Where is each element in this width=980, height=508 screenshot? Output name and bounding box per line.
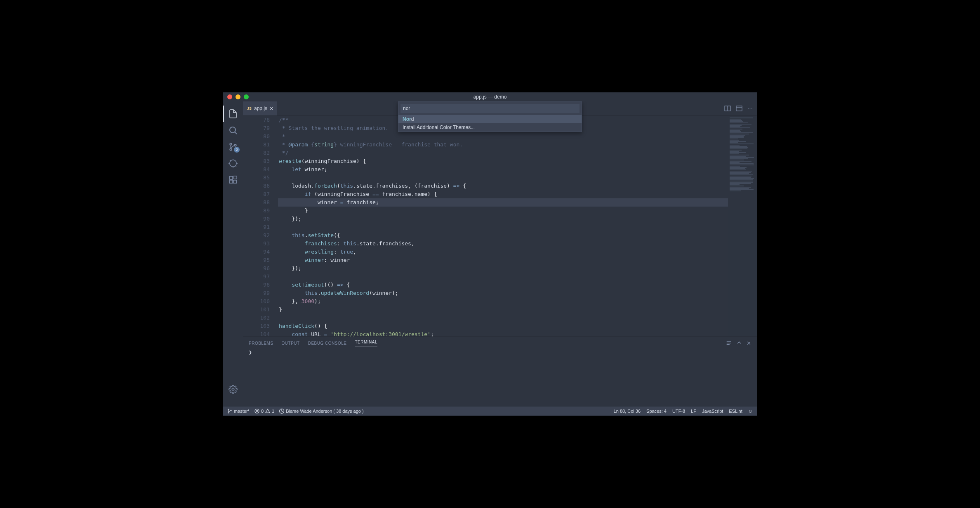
extensions-icon[interactable] xyxy=(223,172,243,188)
explorer-icon[interactable] xyxy=(223,106,243,122)
svg-rect-13 xyxy=(230,180,233,183)
line-gutter: 7879808182838485868788899091929394959697… xyxy=(243,116,278,336)
panel-tab-problems[interactable]: PROBLEMS xyxy=(249,341,273,346)
problems-status[interactable]: 0 1 xyxy=(254,409,274,414)
panel-tab-debug-console[interactable]: DEBUG CONSOLE xyxy=(308,341,347,346)
js-file-icon: JS xyxy=(247,106,252,111)
svg-point-0 xyxy=(230,127,236,133)
scm-badge: 2 xyxy=(234,147,240,153)
panel-tab-terminal[interactable]: TERMINAL xyxy=(355,340,377,346)
window-maximize-button[interactable] xyxy=(244,94,249,99)
svg-rect-15 xyxy=(234,176,237,179)
settings-gear-icon[interactable] xyxy=(223,381,243,397)
minimap[interactable] xyxy=(728,116,757,336)
status-bar: master* 0 1 Blame Wade Anderson ( 38 day… xyxy=(223,407,757,416)
eol-status[interactable]: LF xyxy=(691,409,696,414)
terminal-body[interactable]: ❯ xyxy=(243,349,757,407)
eslint-status[interactable]: ESLint xyxy=(729,409,742,414)
activity-bar: 2 xyxy=(223,101,243,407)
theme-search-input[interactable] xyxy=(400,104,580,113)
quick-input-widget: Nord Install Additional Color Themes... xyxy=(398,101,582,132)
split-editor-icon[interactable] xyxy=(724,105,731,112)
svg-line-10 xyxy=(230,160,231,161)
svg-point-23 xyxy=(232,388,234,390)
window-close-button[interactable] xyxy=(227,94,232,99)
app-window: app.js — demo 2 JS xyxy=(223,92,757,416)
tab-app-js[interactable]: JS app.js × xyxy=(243,101,277,115)
terminal-prompt: ❯ xyxy=(243,349,757,355)
svg-rect-14 xyxy=(233,180,236,183)
install-additional-themes[interactable]: Install Additional Color Themes... xyxy=(398,123,582,132)
svg-point-2 xyxy=(230,143,232,145)
tab-label: app.js xyxy=(254,106,267,111)
language-mode-status[interactable]: JavaScript xyxy=(702,409,723,414)
encoding-status[interactable]: UTF-8 xyxy=(672,409,685,414)
git-blame-status[interactable]: Blame Wade Anderson ( 38 days ago ) xyxy=(279,409,364,414)
debug-icon[interactable] xyxy=(223,155,243,172)
svg-point-24 xyxy=(228,409,229,410)
panel-tab-output[interactable]: OUTPUT xyxy=(282,341,300,346)
code-area[interactable]: /** * Starts the wrestling animation. * … xyxy=(278,116,728,336)
svg-rect-12 xyxy=(230,176,233,179)
svg-point-26 xyxy=(231,410,231,411)
quick-input-results: Nord Install Additional Color Themes... xyxy=(398,115,582,132)
window-minimize-button[interactable] xyxy=(236,94,240,99)
theme-option-nord[interactable]: Nord xyxy=(398,115,582,123)
svg-line-1 xyxy=(235,132,237,134)
git-branch-status[interactable]: master* xyxy=(227,409,250,414)
svg-line-11 xyxy=(236,166,236,167)
panel-close-icon[interactable]: ✕ xyxy=(747,340,751,346)
source-control-icon[interactable]: 2 xyxy=(223,139,243,155)
close-tab-icon[interactable]: × xyxy=(270,105,273,112)
more-actions-icon[interactable]: ⋯ xyxy=(747,106,753,112)
svg-point-4 xyxy=(234,144,236,146)
panel-kill-icon[interactable] xyxy=(726,340,732,346)
cursor-position-status[interactable]: Ln 88, Col 36 xyxy=(614,409,641,414)
svg-point-3 xyxy=(230,148,232,151)
title-bar: app.js — demo xyxy=(223,92,757,101)
editor-content[interactable]: 7879808182838485868788899091929394959697… xyxy=(243,116,757,336)
svg-point-25 xyxy=(228,412,229,413)
search-icon[interactable] xyxy=(223,122,243,139)
bottom-panel: PROBLEMS OUTPUT DEBUG CONSOLE TERMINAL ✕ xyxy=(243,336,757,407)
svg-point-5 xyxy=(230,160,237,167)
window-title: app.js — demo xyxy=(474,94,507,100)
svg-rect-18 xyxy=(736,106,742,111)
panel-maximize-icon[interactable] xyxy=(737,340,742,346)
layout-icon[interactable] xyxy=(736,105,742,112)
feedback-icon[interactable]: ☺ xyxy=(748,409,753,414)
indentation-status[interactable]: Spaces: 4 xyxy=(646,409,667,414)
